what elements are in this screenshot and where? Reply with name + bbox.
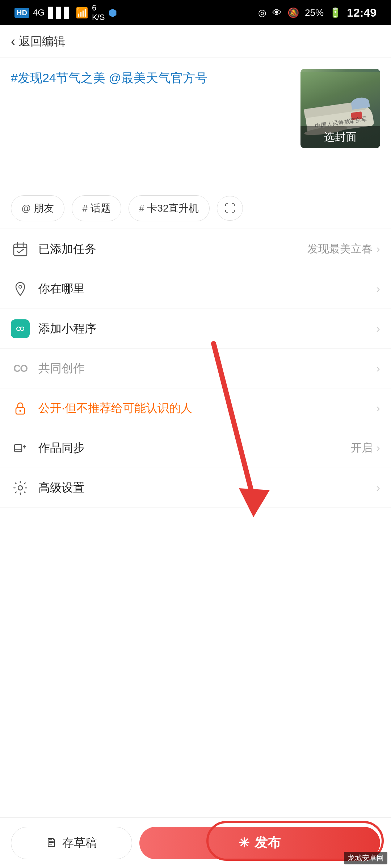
- menu-item-cocreate[interactable]: CO 共同创作 ›: [0, 349, 391, 388]
- svg-point-5: [17, 327, 20, 331]
- menu-location-label: 你在哪里: [38, 281, 376, 297]
- menu-item-task[interactable]: 已添加任务 发现最美立春 ›: [0, 229, 391, 269]
- hash-icon-2: #: [139, 203, 144, 214]
- menu-list: 已添加任务 发现最美立春 › 你在哪里 ›: [0, 229, 391, 508]
- record-icon: ◎: [258, 7, 266, 18]
- status-left: HD 4G ▋▋▋ 📶 6K/S ⬢: [14, 3, 117, 22]
- back-button[interactable]: ‹ 返回编辑: [11, 34, 65, 50]
- draft-label: 存草稿: [62, 835, 97, 851]
- bottom-spacer: [0, 508, 391, 566]
- chevron-icon-co: ›: [376, 362, 380, 375]
- tag-helicopter[interactable]: # 卡32直升机: [129, 195, 210, 221]
- back-arrow-icon: ‹: [11, 34, 15, 49]
- mute-icon: 🔕: [287, 7, 299, 18]
- svg-point-4: [19, 285, 22, 288]
- tag-friend[interactable]: @ 朋友: [11, 195, 64, 221]
- battery-icon: 🔋: [329, 7, 341, 18]
- battery-text: 25%: [305, 7, 324, 18]
- tag-extra-btn[interactable]: ⛶: [217, 196, 243, 221]
- draft-button[interactable]: 🖹 存草稿: [11, 827, 132, 859]
- menu-item-visibility[interactable]: 公开·但不推荐给可能认识的人 ›: [0, 388, 391, 428]
- menu-sync-label: 作品同步: [38, 440, 351, 456]
- status-right: ◎ 👁 🔕 25% 🔋 12:49: [258, 6, 377, 20]
- menu-task-label: 已添加任务: [38, 241, 307, 257]
- svg-point-11: [18, 486, 22, 490]
- post-text[interactable]: #发现24节气之美 @最美天气官方号: [11, 69, 293, 181]
- svg-rect-0: [14, 244, 27, 256]
- content-area: #发现24节气之美 @最美天气官方号 中国人民解放军空军 选封面: [0, 58, 391, 188]
- menu-item-advanced[interactable]: 高级设置 ›: [0, 468, 391, 508]
- top-nav: ‹ 返回编辑: [0, 25, 391, 58]
- chevron-icon-mini: ›: [376, 322, 380, 335]
- watermark: 龙城安卓网: [344, 852, 387, 864]
- at-icon: @: [21, 203, 31, 214]
- chevron-icon-advanced: ›: [376, 481, 380, 494]
- draft-icon: 🖹: [46, 836, 57, 850]
- tag-topic[interactable]: # 话题: [72, 195, 121, 221]
- menu-sync-value: 开启: [351, 441, 373, 455]
- menu-item-sync[interactable]: 作品同步 开启 ›: [0, 428, 391, 468]
- back-label: 返回编辑: [19, 34, 65, 50]
- calendar-icon: [11, 240, 30, 259]
- mini-icon-box: [11, 319, 30, 338]
- lock-icon: [11, 399, 30, 418]
- menu-advanced-label: 高级设置: [38, 480, 376, 496]
- signal-4g: 4G: [33, 8, 45, 18]
- menu-cocreate-label: 共同创作: [38, 361, 376, 376]
- hd-badge: HD: [14, 8, 29, 18]
- tag-helicopter-label: 卡32直升机: [147, 201, 199, 215]
- expand-icon: ⛶: [224, 202, 235, 214]
- miniprogram-icon: [11, 319, 30, 338]
- cover-label[interactable]: 选封面: [300, 126, 380, 148]
- cover-image[interactable]: 中国人民解放军空军 选封面: [300, 69, 380, 148]
- hash-icon: #: [82, 203, 87, 214]
- chevron-icon-location: ›: [376, 282, 380, 295]
- speed-text: 6K/S: [92, 3, 105, 22]
- settings-icon: [11, 478, 30, 497]
- tag-friend-label: 朋友: [34, 201, 54, 215]
- chevron-icon-sync: ›: [376, 441, 380, 455]
- menu-visibility-label: 公开·但不推荐给可能认识的人: [38, 400, 376, 416]
- tag-topic-label: 话题: [91, 201, 111, 215]
- status-time: 12:49: [347, 6, 377, 20]
- co-create-icon: CO: [11, 359, 30, 378]
- eye-icon: 👁: [272, 7, 282, 18]
- page-wrapper: HD 4G ▋▋▋ 📶 6K/S ⬢ ◎ 👁 🔕 25% 🔋 12:49 ‹ 返…: [0, 0, 391, 868]
- menu-task-value: 发现最美立春: [307, 242, 373, 256]
- bottom-bar: 🖹 存草稿 ✳ 发布: [0, 817, 391, 868]
- svg-point-8: [20, 410, 21, 412]
- status-bar: HD 4G ▋▋▋ 📶 6K/S ⬢ ◎ 👁 🔕 25% 🔋 12:49: [0, 0, 391, 25]
- wifi-icon: 📶: [76, 7, 88, 19]
- svg-rect-9: [14, 444, 22, 452]
- menu-item-location[interactable]: 你在哪里 ›: [0, 269, 391, 309]
- tag-bar: @ 朋友 # 话题 # 卡32直升机 ⛶: [0, 188, 391, 229]
- menu-mini-label: 添加小程序: [38, 321, 376, 337]
- signal-bars: ▋▋▋: [48, 7, 72, 19]
- publish-icon: ✳: [239, 835, 249, 851]
- publish-label: 发布: [255, 834, 281, 852]
- location-icon: [11, 280, 30, 298]
- chevron-icon-task: ›: [376, 242, 380, 256]
- menu-item-miniprogram[interactable]: 添加小程序 ›: [0, 309, 391, 349]
- sync-icon: [11, 439, 30, 458]
- chevron-icon-visibility: ›: [376, 401, 380, 415]
- shield-icon: ⬢: [108, 7, 117, 19]
- svg-point-6: [20, 327, 24, 331]
